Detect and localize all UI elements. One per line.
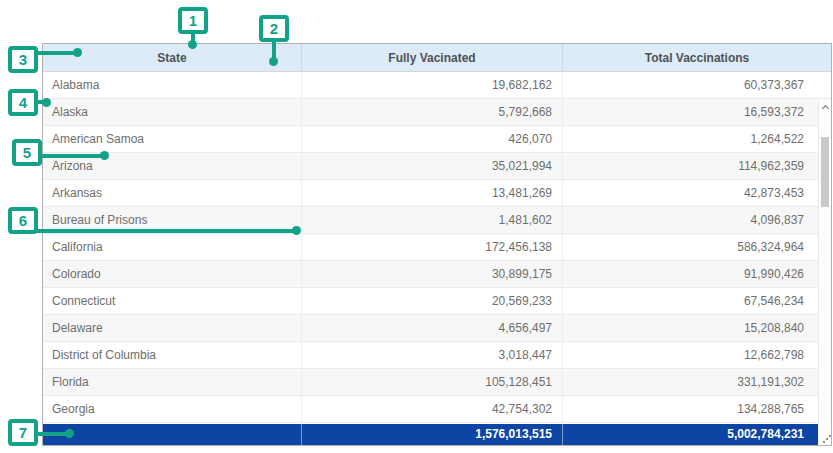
total-vaccinations-cell: 60,373,367 bbox=[562, 72, 831, 98]
total-vaccinations-cell: 114,962,359 bbox=[562, 153, 831, 179]
callout-7-marker: 7 bbox=[8, 419, 38, 446]
table-row[interactable]: Connecticut20,569,23367,546,234 bbox=[43, 288, 831, 315]
fully-vaccinated-cell: 35,021,994 bbox=[301, 153, 562, 179]
state-cell: Colorado bbox=[43, 261, 301, 287]
total-vaccinations-cell: 331,191,302 bbox=[562, 369, 831, 395]
total-vaccinations-cell: 15,208,840 bbox=[562, 315, 831, 341]
callout-4-dot bbox=[42, 98, 51, 107]
fully-vaccinated-cell: 105,128,451 bbox=[301, 369, 562, 395]
total-row-label-cell bbox=[43, 424, 301, 445]
table-row[interactable]: Alabama19,682,16260,373,367 bbox=[43, 72, 831, 99]
fully-vaccinated-cell: 13,481,269 bbox=[301, 180, 562, 206]
state-cell: American Samoa bbox=[43, 126, 301, 152]
fully-vaccinated-cell: 42,754,302 bbox=[301, 396, 562, 422]
total-vaccinations-cell: 1,264,522 bbox=[562, 126, 831, 152]
callout-2-dot bbox=[269, 57, 278, 66]
state-cell: District of Columbia bbox=[43, 342, 301, 368]
total-vaccinations-cell: 42,873,453 bbox=[562, 180, 831, 206]
column-header-fully-vaccinated[interactable]: Fully Vacinated bbox=[301, 44, 562, 71]
state-cell: Alabama bbox=[43, 72, 301, 98]
total-vaccinations-cell: 12,662,798 bbox=[562, 342, 831, 368]
state-cell: Connecticut bbox=[43, 288, 301, 314]
callout-3-line bbox=[36, 51, 78, 55]
fully-vaccinated-cell: 3,018,447 bbox=[301, 342, 562, 368]
column-header-state[interactable]: State bbox=[43, 44, 301, 71]
total-vaccinations-cell: 16,593,372 bbox=[562, 99, 831, 125]
table-row[interactable]: Georgia42,754,302134,288,765 bbox=[43, 396, 831, 423]
table-row[interactable]: Colorado30,899,17591,990,426 bbox=[43, 261, 831, 288]
resize-grip-icon bbox=[826, 438, 828, 440]
callout-6-line bbox=[36, 229, 296, 233]
total-fully-vaccinated: 1,576,013,515 bbox=[301, 424, 562, 445]
table-row[interactable]: Delaware4,656,49715,208,840 bbox=[43, 315, 831, 342]
fully-vaccinated-cell: 4,656,497 bbox=[301, 315, 562, 341]
fully-vaccinated-cell: 1,481,602 bbox=[301, 207, 562, 233]
state-cell: Alaska bbox=[43, 99, 301, 125]
callout-3-marker: 3 bbox=[8, 46, 38, 73]
callout-6-marker: 6 bbox=[8, 207, 38, 234]
total-row: 1,576,013,515 5,002,784,231 bbox=[43, 424, 818, 445]
table-row[interactable]: Florida105,128,451331,191,302 bbox=[43, 369, 831, 396]
chevron-up-icon bbox=[821, 105, 828, 112]
column-header-total-vaccinations[interactable]: Total Vaccinations bbox=[562, 44, 831, 71]
total-vaccinations-cell: 134,288,765 bbox=[562, 396, 831, 422]
total-vaccinations-cell: 67,546,234 bbox=[562, 288, 831, 314]
callout-6-dot bbox=[292, 226, 301, 235]
vaccination-table: State Fully Vacinated Total Vaccinations… bbox=[42, 43, 832, 446]
vertical-scrollbar[interactable] bbox=[818, 100, 831, 424]
fully-vaccinated-cell: 426,070 bbox=[301, 126, 562, 152]
fully-vaccinated-cell: 5,792,668 bbox=[301, 99, 562, 125]
fully-vaccinated-cell: 19,682,162 bbox=[301, 72, 562, 98]
callout-5-line bbox=[40, 154, 104, 158]
callout-1-marker: 1 bbox=[178, 7, 208, 34]
total-vaccinations-cell: 4,096,837 bbox=[562, 207, 831, 233]
table-row[interactable]: Arkansas13,481,26942,873,453 bbox=[43, 180, 831, 207]
fully-vaccinated-cell: 20,569,233 bbox=[301, 288, 562, 314]
callout-5-marker: 5 bbox=[12, 139, 42, 166]
scrollbar-thumb[interactable] bbox=[821, 137, 829, 207]
callout-5-dot bbox=[100, 151, 109, 160]
total-vaccinations-cell: 586,324,964 bbox=[562, 234, 831, 260]
state-cell: California bbox=[43, 234, 301, 260]
fully-vaccinated-cell: 172,456,138 bbox=[301, 234, 562, 260]
scroll-up-button[interactable] bbox=[819, 100, 831, 114]
table-row[interactable]: Arizona35,021,994114,962,359 bbox=[43, 153, 831, 180]
table-body: Alabama19,682,16260,373,367Alaska5,792,6… bbox=[43, 72, 831, 424]
total-total-vaccinations: 5,002,784,231 bbox=[562, 424, 818, 445]
table-header-row: State Fully Vacinated Total Vaccinations bbox=[43, 44, 831, 72]
callout-7-dot bbox=[65, 429, 74, 438]
table-row[interactable]: Alaska5,792,66816,593,372 bbox=[43, 99, 831, 126]
callout-1-dot bbox=[188, 40, 197, 49]
callout-2-marker: 2 bbox=[259, 15, 289, 42]
state-cell: Arkansas bbox=[43, 180, 301, 206]
fully-vaccinated-cell: 30,899,175 bbox=[301, 261, 562, 287]
state-cell: Florida bbox=[43, 369, 301, 395]
table-row[interactable]: American Samoa426,0701,264,522 bbox=[43, 126, 831, 153]
callout-3-dot bbox=[73, 48, 82, 57]
callout-4-marker: 4 bbox=[8, 89, 38, 116]
state-cell: Delaware bbox=[43, 315, 301, 341]
annotated-table-screenshot: State Fully Vacinated Total Vaccinations… bbox=[0, 0, 833, 453]
table-row[interactable]: District of Columbia3,018,44712,662,798 bbox=[43, 342, 831, 369]
table-row[interactable]: California172,456,138586,324,964 bbox=[43, 234, 831, 261]
state-cell: Georgia bbox=[43, 396, 301, 422]
total-vaccinations-cell: 91,990,426 bbox=[562, 261, 831, 287]
